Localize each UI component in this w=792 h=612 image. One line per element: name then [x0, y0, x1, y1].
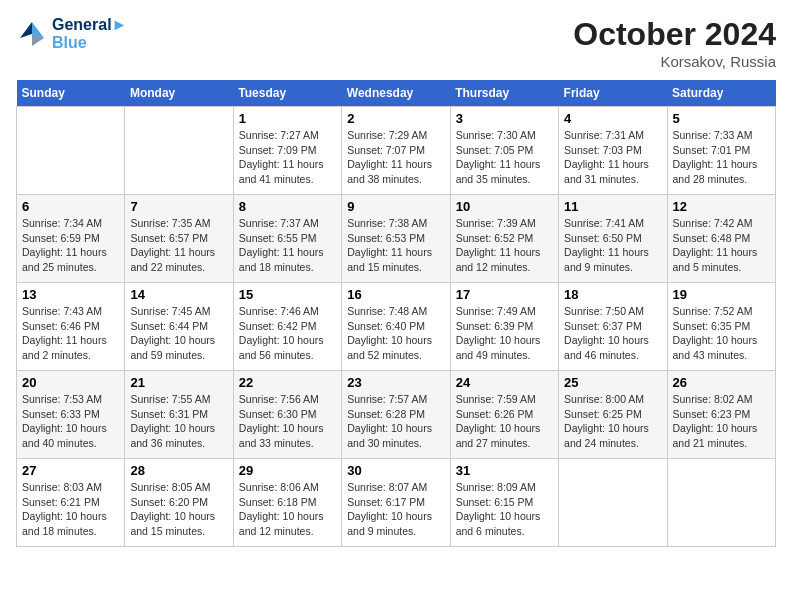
calendar-cell [667, 459, 775, 547]
calendar-cell [17, 107, 125, 195]
day-number: 13 [22, 287, 119, 302]
calendar-cell: 22Sunrise: 7:56 AMSunset: 6:30 PMDayligh… [233, 371, 341, 459]
day-number: 12 [673, 199, 770, 214]
day-info: Sunrise: 7:27 AMSunset: 7:09 PMDaylight:… [239, 128, 336, 187]
day-number: 24 [456, 375, 553, 390]
day-number: 18 [564, 287, 661, 302]
day-info: Sunrise: 7:33 AMSunset: 7:01 PMDaylight:… [673, 128, 770, 187]
calendar-cell: 9Sunrise: 7:38 AMSunset: 6:53 PMDaylight… [342, 195, 450, 283]
day-info: Sunrise: 7:50 AMSunset: 6:37 PMDaylight:… [564, 304, 661, 363]
day-number: 4 [564, 111, 661, 126]
day-info: Sunrise: 7:52 AMSunset: 6:35 PMDaylight:… [673, 304, 770, 363]
day-number: 28 [130, 463, 227, 478]
col-header-sunday: Sunday [17, 80, 125, 107]
col-header-saturday: Saturday [667, 80, 775, 107]
col-header-thursday: Thursday [450, 80, 558, 107]
day-info: Sunrise: 8:05 AMSunset: 6:20 PMDaylight:… [130, 480, 227, 539]
calendar-cell: 21Sunrise: 7:55 AMSunset: 6:31 PMDayligh… [125, 371, 233, 459]
day-number: 23 [347, 375, 444, 390]
col-header-monday: Monday [125, 80, 233, 107]
day-info: Sunrise: 7:46 AMSunset: 6:42 PMDaylight:… [239, 304, 336, 363]
col-header-tuesday: Tuesday [233, 80, 341, 107]
calendar-cell: 2Sunrise: 7:29 AMSunset: 7:07 PMDaylight… [342, 107, 450, 195]
day-number: 21 [130, 375, 227, 390]
day-info: Sunrise: 8:02 AMSunset: 6:23 PMDaylight:… [673, 392, 770, 451]
day-number: 2 [347, 111, 444, 126]
day-number: 16 [347, 287, 444, 302]
calendar-cell [559, 459, 667, 547]
day-number: 20 [22, 375, 119, 390]
calendar-cell: 6Sunrise: 7:34 AMSunset: 6:59 PMDaylight… [17, 195, 125, 283]
calendar-cell: 14Sunrise: 7:45 AMSunset: 6:44 PMDayligh… [125, 283, 233, 371]
calendar-cell: 27Sunrise: 8:03 AMSunset: 6:21 PMDayligh… [17, 459, 125, 547]
day-info: Sunrise: 7:35 AMSunset: 6:57 PMDaylight:… [130, 216, 227, 275]
day-info: Sunrise: 7:39 AMSunset: 6:52 PMDaylight:… [456, 216, 553, 275]
col-header-wednesday: Wednesday [342, 80, 450, 107]
calendar-cell: 10Sunrise: 7:39 AMSunset: 6:52 PMDayligh… [450, 195, 558, 283]
day-info: Sunrise: 7:49 AMSunset: 6:39 PMDaylight:… [456, 304, 553, 363]
title-block: October 2024 Korsakov, Russia [573, 16, 776, 70]
day-info: Sunrise: 8:07 AMSunset: 6:17 PMDaylight:… [347, 480, 444, 539]
calendar-cell: 28Sunrise: 8:05 AMSunset: 6:20 PMDayligh… [125, 459, 233, 547]
day-number: 10 [456, 199, 553, 214]
calendar-cell: 11Sunrise: 7:41 AMSunset: 6:50 PMDayligh… [559, 195, 667, 283]
day-info: Sunrise: 7:29 AMSunset: 7:07 PMDaylight:… [347, 128, 444, 187]
day-info: Sunrise: 7:30 AMSunset: 7:05 PMDaylight:… [456, 128, 553, 187]
day-number: 15 [239, 287, 336, 302]
day-info: Sunrise: 7:37 AMSunset: 6:55 PMDaylight:… [239, 216, 336, 275]
calendar-cell: 7Sunrise: 7:35 AMSunset: 6:57 PMDaylight… [125, 195, 233, 283]
day-info: Sunrise: 8:09 AMSunset: 6:15 PMDaylight:… [456, 480, 553, 539]
day-number: 8 [239, 199, 336, 214]
calendar-cell: 3Sunrise: 7:30 AMSunset: 7:05 PMDaylight… [450, 107, 558, 195]
day-info: Sunrise: 7:45 AMSunset: 6:44 PMDaylight:… [130, 304, 227, 363]
day-number: 7 [130, 199, 227, 214]
day-info: Sunrise: 7:57 AMSunset: 6:28 PMDaylight:… [347, 392, 444, 451]
day-info: Sunrise: 7:38 AMSunset: 6:53 PMDaylight:… [347, 216, 444, 275]
day-info: Sunrise: 7:53 AMSunset: 6:33 PMDaylight:… [22, 392, 119, 451]
day-number: 17 [456, 287, 553, 302]
calendar-cell: 17Sunrise: 7:49 AMSunset: 6:39 PMDayligh… [450, 283, 558, 371]
calendar-cell: 24Sunrise: 7:59 AMSunset: 6:26 PMDayligh… [450, 371, 558, 459]
calendar-cell: 30Sunrise: 8:07 AMSunset: 6:17 PMDayligh… [342, 459, 450, 547]
calendar-cell: 25Sunrise: 8:00 AMSunset: 6:25 PMDayligh… [559, 371, 667, 459]
day-number: 25 [564, 375, 661, 390]
calendar-week-3: 13Sunrise: 7:43 AMSunset: 6:46 PMDayligh… [17, 283, 776, 371]
logo-icon [16, 18, 48, 50]
day-info: Sunrise: 7:48 AMSunset: 6:40 PMDaylight:… [347, 304, 444, 363]
calendar-cell: 19Sunrise: 7:52 AMSunset: 6:35 PMDayligh… [667, 283, 775, 371]
calendar-cell: 16Sunrise: 7:48 AMSunset: 6:40 PMDayligh… [342, 283, 450, 371]
day-number: 30 [347, 463, 444, 478]
calendar-cell: 20Sunrise: 7:53 AMSunset: 6:33 PMDayligh… [17, 371, 125, 459]
day-info: Sunrise: 8:06 AMSunset: 6:18 PMDaylight:… [239, 480, 336, 539]
day-info: Sunrise: 7:31 AMSunset: 7:03 PMDaylight:… [564, 128, 661, 187]
day-info: Sunrise: 7:59 AMSunset: 6:26 PMDaylight:… [456, 392, 553, 451]
day-number: 3 [456, 111, 553, 126]
calendar-cell: 1Sunrise: 7:27 AMSunset: 7:09 PMDaylight… [233, 107, 341, 195]
day-info: Sunrise: 7:42 AMSunset: 6:48 PMDaylight:… [673, 216, 770, 275]
calendar-cell: 13Sunrise: 7:43 AMSunset: 6:46 PMDayligh… [17, 283, 125, 371]
calendar-week-5: 27Sunrise: 8:03 AMSunset: 6:21 PMDayligh… [17, 459, 776, 547]
day-number: 19 [673, 287, 770, 302]
calendar-table: SundayMondayTuesdayWednesdayThursdayFrid… [16, 80, 776, 547]
day-info: Sunrise: 8:00 AMSunset: 6:25 PMDaylight:… [564, 392, 661, 451]
day-number: 29 [239, 463, 336, 478]
logo: General► Blue [16, 16, 127, 52]
day-info: Sunrise: 7:41 AMSunset: 6:50 PMDaylight:… [564, 216, 661, 275]
day-number: 9 [347, 199, 444, 214]
day-number: 14 [130, 287, 227, 302]
day-info: Sunrise: 7:56 AMSunset: 6:30 PMDaylight:… [239, 392, 336, 451]
location: Korsakov, Russia [573, 53, 776, 70]
calendar-cell: 26Sunrise: 8:02 AMSunset: 6:23 PMDayligh… [667, 371, 775, 459]
day-number: 5 [673, 111, 770, 126]
day-info: Sunrise: 7:34 AMSunset: 6:59 PMDaylight:… [22, 216, 119, 275]
day-number: 31 [456, 463, 553, 478]
calendar-cell: 15Sunrise: 7:46 AMSunset: 6:42 PMDayligh… [233, 283, 341, 371]
day-info: Sunrise: 7:55 AMSunset: 6:31 PMDaylight:… [130, 392, 227, 451]
calendar-cell: 18Sunrise: 7:50 AMSunset: 6:37 PMDayligh… [559, 283, 667, 371]
day-number: 6 [22, 199, 119, 214]
day-number: 26 [673, 375, 770, 390]
calendar-cell: 31Sunrise: 8:09 AMSunset: 6:15 PMDayligh… [450, 459, 558, 547]
month-title: October 2024 [573, 16, 776, 53]
col-header-friday: Friday [559, 80, 667, 107]
day-number: 11 [564, 199, 661, 214]
